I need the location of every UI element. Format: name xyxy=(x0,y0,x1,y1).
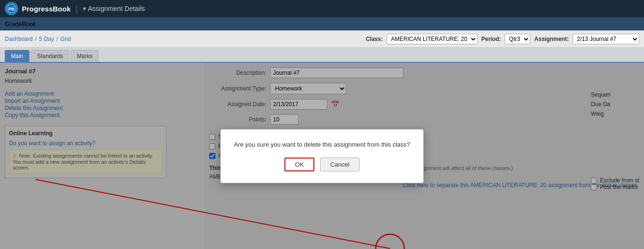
app-name: ProgressBook xyxy=(22,5,71,13)
breadcrumb-5day[interactable]: 5 Day xyxy=(39,36,54,42)
breadcrumb-sep-1: / xyxy=(56,36,58,42)
dialog-message: Are you sure you want to delete this ass… xyxy=(234,141,410,148)
tabs-bar: Main Standards Marks xyxy=(0,48,644,63)
breadcrumb-bar: Dashboard / 5 Day / Grid Class: AMERICAN… xyxy=(0,30,644,48)
breadcrumb-dashboard[interactable]: Dashboard xyxy=(5,36,33,42)
class-select[interactable]: AMERICAN LITERATURE: 20 xyxy=(387,34,478,44)
main-content: Journal #7 Homework Add an Assignment Im… xyxy=(0,63,644,249)
tab-marks[interactable]: Marks xyxy=(71,50,99,62)
logo-icon: PB xyxy=(5,2,18,15)
ok-button[interactable]: OK xyxy=(284,158,314,171)
cancel-button[interactable]: Cancel xyxy=(320,158,359,171)
nav-divider: | xyxy=(76,3,78,14)
period-label: Period: xyxy=(481,36,501,42)
tab-main[interactable]: Main xyxy=(5,50,29,62)
assignment-select[interactable]: 2/13 Journal #7 xyxy=(573,34,639,44)
breadcrumb-sep-0: / xyxy=(35,36,37,42)
selectors: Class: AMERICAN LITERATURE: 20 Period: Q… xyxy=(366,34,639,44)
page-title: Assignment Details xyxy=(88,5,145,12)
dialog-overlay: Are you sure you want to delete this ass… xyxy=(0,63,644,249)
top-nav: PB ProgressBook | ▾ Assignment Details xyxy=(0,0,644,17)
sub-nav: GradeBook xyxy=(0,17,644,30)
nav-title: ▾ Assignment Details xyxy=(83,5,145,12)
assignment-label: Assignment: xyxy=(534,36,569,42)
breadcrumb-grid[interactable]: Grid xyxy=(60,36,71,42)
dialog-buttons: OK Cancel xyxy=(234,158,410,171)
logo-area: PB ProgressBook xyxy=(5,2,71,15)
class-label: Class: xyxy=(366,36,383,42)
sub-nav-title: GradeBook xyxy=(5,20,36,28)
period-select[interactable]: Qtr3 xyxy=(505,34,530,44)
svg-text:PB: PB xyxy=(9,7,15,11)
tab-standards[interactable]: Standards xyxy=(31,50,69,62)
nav-arrow[interactable]: ▾ xyxy=(83,5,86,12)
dialog-box: Are you sure you want to delete this ass… xyxy=(220,129,424,183)
